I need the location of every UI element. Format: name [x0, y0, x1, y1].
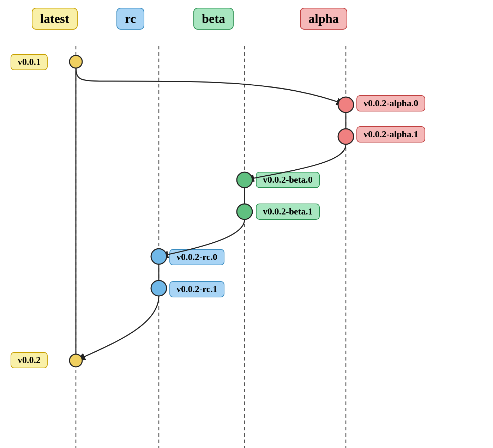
node-latest-v001 [70, 55, 82, 68]
node-beta-1 [237, 172, 252, 188]
node-rc-1 [151, 249, 167, 264]
arrow-beta-to-rc [159, 219, 245, 256]
node-rc-2 [151, 280, 167, 296]
arrow-alpha-to-beta [245, 144, 346, 180]
diagram-container: latest rc beta alpha v0.0.1 v0.0.2-alpha… [0, 0, 493, 448]
node-alpha-1 [338, 97, 354, 113]
arrow-rc-to-latest [76, 296, 159, 361]
node-beta-2 [237, 204, 252, 219]
node-alpha-2 [338, 129, 354, 144]
diagram-svg [0, 0, 493, 448]
arrow-latest-to-alpha [76, 62, 346, 105]
node-latest-v002 [70, 354, 82, 367]
